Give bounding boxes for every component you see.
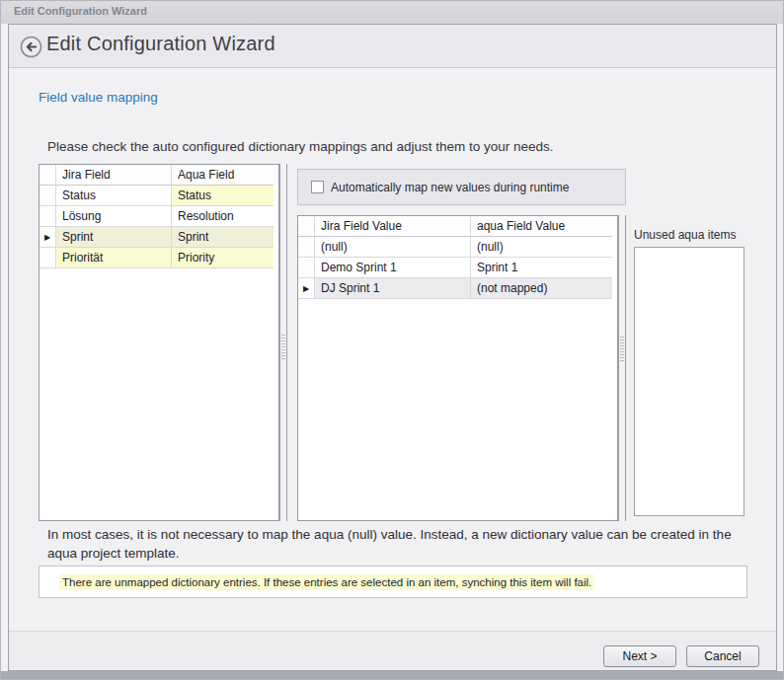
warning-box: There are unmapped dictionary entries. I… <box>39 566 747 598</box>
row-selector[interactable] <box>298 258 315 278</box>
field-grid-header: Jira Field Aqua Field <box>39 165 278 186</box>
row-selector[interactable] <box>39 206 56 227</box>
table-row[interactable]: LösungResolution <box>39 206 278 227</box>
edit-configuration-wizard-window: Edit Configuration Wizard Edit Configura… <box>0 0 784 680</box>
auto-map-checkbox-label[interactable]: Automatically map new values during runt… <box>331 181 569 194</box>
value-grid-body: (null)(null)Demo Sprint 1Sprint 1▶DJ Spr… <box>298 237 617 299</box>
table-row[interactable]: (null)(null) <box>298 237 617 258</box>
null-mapping-note: In most cases, it is not necessary to ma… <box>47 525 739 563</box>
unused-aqua-items-label: Unused aqua items <box>634 228 736 242</box>
splitter-grip-icon[interactable] <box>281 335 285 360</box>
back-button[interactable] <box>20 36 42 58</box>
grid-cell[interactable]: DJ Sprint 1 <box>315 278 471 299</box>
row-selector[interactable] <box>39 248 56 268</box>
column-header-jira-field[interactable]: Jira Field <box>56 165 172 186</box>
grid-cell[interactable]: (null) <box>471 237 612 258</box>
auto-map-checkbox[interactable] <box>311 181 324 193</box>
section-heading: Field value mapping <box>39 90 158 105</box>
grid-cell[interactable]: Priorität <box>56 248 172 268</box>
grid-cell[interactable]: Sprint <box>56 227 172 248</box>
wizard-footer: Next > Cancel <box>9 631 777 671</box>
field-grid-splitter[interactable] <box>279 164 287 521</box>
table-row[interactable]: PrioritätPriority <box>39 248 278 268</box>
table-row[interactable]: StatusStatus <box>39 186 278 206</box>
table-row[interactable]: ▶SprintSprint <box>39 227 278 248</box>
window-title: Edit Configuration Wizard <box>14 5 147 17</box>
row-selector[interactable] <box>39 186 56 206</box>
instruction-text: Please check the auto configured diction… <box>47 139 554 154</box>
current-row-marker-icon[interactable]: ▶ <box>298 278 315 299</box>
value-grid-header: Jira Field Value aqua Field Value <box>298 216 617 237</box>
field-grid-body: StatusStatusLösungResolution▶SprintSprin… <box>39 186 278 268</box>
column-header-jira-field-value[interactable]: Jira Field Value <box>315 216 471 237</box>
grid-cell[interactable]: Sprint <box>172 227 274 248</box>
splitter-grip-icon[interactable] <box>620 337 624 362</box>
grid-cell[interactable]: Status <box>172 186 274 206</box>
table-row[interactable]: ▶DJ Sprint 1(not mapped) <box>298 278 617 299</box>
grid-cell[interactable]: (not mapped) <box>471 278 612 299</box>
row-selector[interactable] <box>298 237 315 258</box>
field-mapping-grid[interactable]: Jira Field Aqua Field StatusStatusLösung… <box>39 164 279 521</box>
warning-text: There are unmapped dictionary entries. I… <box>59 574 594 590</box>
window-bottom-edge <box>1 671 784 680</box>
grid-cell[interactable]: Sprint 1 <box>471 258 612 278</box>
runtime-mapping-panel: Automatically map new values during runt… <box>297 169 626 205</box>
cancel-button[interactable]: Cancel <box>686 645 759 667</box>
grid-cell[interactable]: Status <box>56 186 172 206</box>
current-row-marker-icon[interactable]: ▶ <box>39 227 56 248</box>
unused-aqua-items-list[interactable] <box>634 247 745 516</box>
grid-cell[interactable]: (null) <box>315 237 471 258</box>
grid-cell[interactable]: Resolution <box>172 206 274 227</box>
page-title: Edit Configuration Wizard <box>46 33 275 55</box>
next-button[interactable]: Next > <box>603 645 676 667</box>
row-selector-header <box>298 216 315 237</box>
grid-cell[interactable]: Lösung <box>56 206 172 227</box>
grid-cell[interactable]: Priority <box>172 248 274 268</box>
wizard-header: Edit Configuration Wizard <box>9 25 777 68</box>
column-header-aqua-field[interactable]: Aqua Field <box>172 165 274 186</box>
value-mapping-grid[interactable]: Jira Field Value aqua Field Value (null)… <box>297 215 618 521</box>
table-row[interactable]: Demo Sprint 1Sprint 1 <box>298 258 617 278</box>
value-grid-splitter[interactable] <box>618 215 626 521</box>
titlebar[interactable]: Edit Configuration Wizard <box>1 1 784 24</box>
back-arrow-icon <box>20 36 42 58</box>
wizard-content: Field value mapping Please check the aut… <box>9 69 777 631</box>
column-header-aqua-field-value[interactable]: aqua Field Value <box>471 216 612 237</box>
row-selector-header <box>39 165 56 186</box>
grid-cell[interactable]: Demo Sprint 1 <box>315 258 471 278</box>
